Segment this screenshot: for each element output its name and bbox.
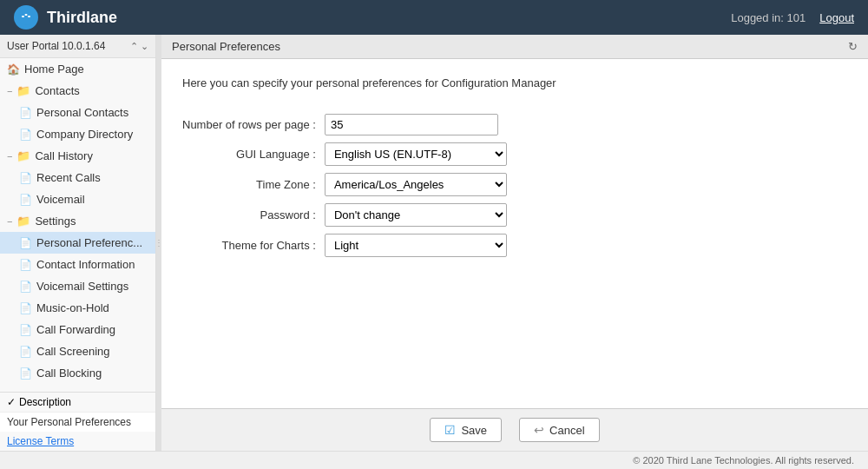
- sidebar-item-contact-information[interactable]: 📄 Contact Information: [0, 254, 155, 275]
- rows-per-page-row: Number of rows per page :: [182, 114, 507, 135]
- sidebar-item-label: Home Page: [24, 63, 84, 76]
- description-text: Your Personal Preferences: [0, 412, 155, 432]
- description-label: Description: [19, 396, 71, 408]
- content-header: Personal Preferences ↻: [161, 35, 868, 59]
- content-body: Here you can specify your personal prefe…: [161, 59, 868, 408]
- collapse-settings-icon: −: [7, 216, 12, 227]
- sidebar-item-label: Settings: [35, 215, 76, 228]
- file-recent-calls-icon: 📄: [19, 172, 32, 184]
- sidebar-item-call-screening[interactable]: 📄 Call Screening: [0, 340, 155, 362]
- sidebar-item-label: Call Forwarding: [36, 323, 115, 336]
- timezone-label: Time Zone :: [182, 173, 325, 196]
- file-call-screening-icon: 📄: [19, 346, 32, 358]
- copyright-text: © 2020 Third Lane Technologies. All righ…: [633, 455, 854, 466]
- sidebar-item-settings[interactable]: − 📁 Settings: [0, 210, 155, 232]
- collapse-callhistory-icon: −: [7, 151, 12, 162]
- folder-settings-icon: 📁: [16, 215, 30, 228]
- language-row: GUI Language : English US (EN.UTF-8): [182, 142, 507, 166]
- sidebar-item-label: Company Directory: [36, 128, 133, 141]
- refresh-icon[interactable]: ↻: [848, 40, 858, 53]
- content-intro: Here you can specify your personal prefe…: [182, 76, 847, 89]
- sidebar-item-company-directory[interactable]: 📄 Company Directory: [0, 123, 155, 145]
- svg-rect-3: [28, 16, 30, 17]
- password-label: Password :: [182, 203, 325, 227]
- sidebar-item-label: Personal Contacts: [36, 106, 128, 119]
- sidebar-item-label: Recent Calls: [36, 171, 101, 184]
- file-personal-pref-icon: 📄: [19, 237, 32, 249]
- home-icon: 🏠: [7, 63, 20, 76]
- app-header: Thirdlane Logged in: 101 Logout: [0, 0, 868, 35]
- sidebar-item-label: Personal Preferenc...: [36, 236, 142, 249]
- sidebar-collapse-icon[interactable]: ⌃ ⌄: [130, 41, 148, 52]
- sidebar-item-label: Call History: [35, 149, 92, 162]
- header-left: Thirdlane: [14, 5, 117, 30]
- sidebar-item-voicemail[interactable]: 📄 Voicemail: [0, 188, 155, 210]
- password-row: Password : Don't change: [182, 203, 507, 227]
- theme-cell: Light: [325, 234, 507, 257]
- sidebar-item-home[interactable]: 🏠 Home Page: [0, 58, 155, 80]
- sidebar-item-personal-contacts[interactable]: 📄 Personal Contacts: [0, 102, 155, 123]
- rows-per-page-input[interactable]: [325, 114, 498, 135]
- timezone-select[interactable]: America/Los_Angeles: [325, 173, 507, 196]
- sidebar-item-call-forwarding[interactable]: 📄 Call Forwarding: [0, 319, 155, 340]
- folder-callhistory-icon: 📁: [16, 149, 30, 162]
- rows-per-page-label: Number of rows per page :: [182, 114, 325, 135]
- cancel-button[interactable]: ↩ Cancel: [519, 418, 599, 442]
- language-select[interactable]: English US (EN.UTF-8): [325, 142, 507, 166]
- timezone-row: Time Zone : America/Los_Angeles: [182, 173, 507, 196]
- cancel-label: Cancel: [549, 424, 584, 437]
- folder-contacts-icon: 📁: [16, 84, 30, 97]
- page-footer: © 2020 Third Lane Technologies. All righ…: [0, 451, 868, 469]
- timezone-cell: America/Los_Angeles: [325, 173, 507, 196]
- license-terms-link[interactable]: License Terms: [0, 432, 155, 451]
- sidebar-item-contacts[interactable]: − 📁 Contacts: [0, 80, 155, 102]
- header-right: Logged in: 101 Logout: [731, 11, 854, 24]
- save-button[interactable]: ☑ Save: [430, 418, 502, 442]
- file-contact-info-icon: 📄: [19, 259, 32, 271]
- app-title: Thirdlane: [47, 9, 117, 27]
- theme-row: Theme for Charts : Light: [182, 234, 507, 257]
- chevron-down-icon: ✓: [7, 396, 16, 408]
- sidebar-item-label: Music-on-Hold: [36, 301, 109, 314]
- file-voicemail-settings-icon: 📄: [19, 281, 32, 293]
- breadcrumb: Personal Preferences: [172, 40, 280, 53]
- language-label: GUI Language :: [182, 142, 325, 166]
- sidebar-item-call-history[interactable]: − 📁 Call History: [0, 145, 155, 167]
- sidebar-item-label: Contact Information: [36, 258, 135, 271]
- sidebar-nav: 🏠 Home Page − 📁 Contacts 📄 Personal Cont…: [0, 58, 155, 392]
- description-toggle[interactable]: ✓ Description: [0, 392, 155, 412]
- sidebar-item-label: Voicemail Settings: [36, 280, 128, 293]
- sidebar-item-label: Call Screening: [36, 345, 110, 358]
- sidebar: User Portal 10.0.1.64 ⌃ ⌄ 🏠 Home Page − …: [0, 35, 156, 451]
- save-icon: ☑: [444, 423, 456, 437]
- cancel-icon: ↩: [534, 423, 544, 437]
- sidebar-item-call-blocking[interactable]: 📄 Call Blocking: [0, 362, 155, 384]
- rows-per-page-cell: [325, 114, 507, 135]
- file-call-blocking-icon: 📄: [19, 367, 32, 380]
- logout-button[interactable]: Logout: [819, 11, 854, 24]
- theme-label: Theme for Charts :: [182, 234, 325, 257]
- password-select[interactable]: Don't change: [325, 203, 507, 227]
- file-call-forwarding-icon: 📄: [19, 324, 32, 336]
- svg-rect-2: [25, 14, 28, 16]
- sidebar-item-label: Contacts: [35, 84, 79, 97]
- sidebar-item-personal-preferences[interactable]: 📄 Personal Preferenc...: [0, 232, 155, 254]
- theme-select[interactable]: Light: [325, 234, 507, 257]
- file-voicemail-icon: 📄: [19, 194, 32, 206]
- content-footer: ☑ Save ↩ Cancel: [161, 408, 868, 451]
- sidebar-item-voicemail-settings[interactable]: 📄 Voicemail Settings: [0, 275, 155, 297]
- file-personal-contacts-icon: 📄: [19, 107, 32, 119]
- language-cell: English US (EN.UTF-8): [325, 142, 507, 166]
- sidebar-item-label: Call Blocking: [36, 367, 102, 380]
- main-layout: User Portal 10.0.1.64 ⌃ ⌄ 🏠 Home Page − …: [0, 35, 868, 451]
- sidebar-item-music-on-hold[interactable]: 📄 Music-on-Hold: [0, 297, 155, 319]
- sidebar-header: User Portal 10.0.1.64 ⌃ ⌄: [0, 35, 155, 58]
- password-cell: Don't change: [325, 203, 507, 227]
- svg-rect-1: [22, 16, 24, 17]
- collapse-contacts-icon: −: [7, 86, 12, 96]
- content-area: Personal Preferences ↻ Here you can spec…: [161, 35, 868, 451]
- save-label: Save: [461, 424, 487, 437]
- sidebar-item-label: Voicemail: [36, 193, 85, 206]
- sidebar-item-recent-calls[interactable]: 📄 Recent Calls: [0, 167, 155, 188]
- preferences-form: Number of rows per page : GUI Language :…: [182, 107, 507, 264]
